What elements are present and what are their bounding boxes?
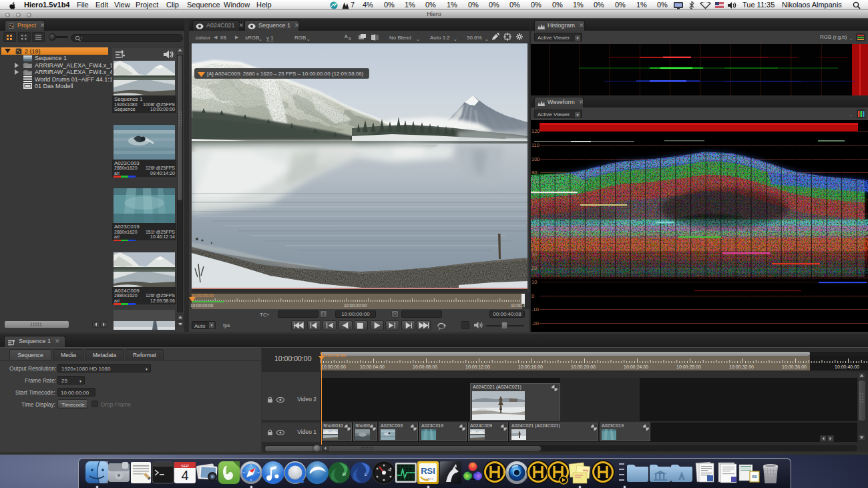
svg-text:B: B [349, 37, 351, 41]
svg-text:R: R [343, 472, 346, 477]
svg-text:SEP: SEP [181, 464, 189, 468]
svg-text:30: 30 [531, 252, 537, 258]
svg-text:Help: Help [583, 469, 589, 472]
svg-text:4: 4 [181, 468, 188, 483]
svg-text:-20: -20 [531, 320, 539, 326]
svg-text:100: 100 [531, 156, 540, 162]
svg-text:L: L [365, 472, 367, 477]
svg-text:0: 0 [531, 293, 534, 299]
svg-text:10: 10 [531, 279, 537, 285]
svg-text:A: A [345, 34, 348, 39]
svg-text:110: 110 [531, 142, 539, 148]
svg-text:RSI: RSI [421, 466, 435, 476]
svg-text:20: 20 [531, 265, 537, 271]
svg-text:120: 120 [531, 128, 540, 134]
svg-text:RSI: RSI [752, 475, 757, 479]
svg-text:-10: -10 [531, 306, 539, 312]
svg-text:90: 90 [531, 170, 537, 176]
svg-text:G U A R D: G U A R D [423, 478, 434, 481]
